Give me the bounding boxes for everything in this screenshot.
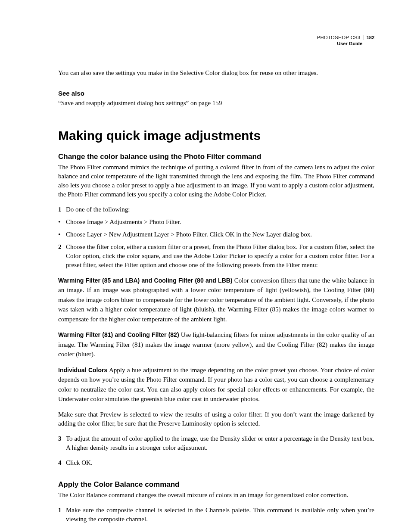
page-number: 182 [364,35,374,40]
bullet-text: Choose Image > Adjustments > Photo Filte… [66,218,374,227]
term-label: Warming Filter (85 and LBA) and Cooling … [58,277,233,284]
step-text: Choose the filter color, either a custom… [66,243,374,270]
subsection-heading-color-balance: Apply the Color Balance command [58,480,374,489]
intro-paragraph: You can also save the settings you make … [58,68,374,78]
step-text: Make sure the composite channel is selec… [66,506,374,524]
step-2: 2 Choose the filter color, either a cust… [58,243,374,270]
header-line-1: PHOTOSHOP CS3 182 [317,34,374,40]
step-marker: 2 [58,243,66,270]
cb-step-1: 1 Make sure the composite channel is sel… [58,506,374,524]
bullet-item: • Choose Layer > New Adjustment Layer > … [58,230,374,239]
bullet-text: Choose Layer > New Adjustment Layer > Ph… [66,230,374,239]
see-also-heading: See also [58,90,374,97]
document-page: PHOTOSHOP CS3 182 User Guide You can als… [0,0,411,532]
step-text: To adjust the amount of color applied to… [66,434,374,452]
preview-note: Make sure that Preview is selected to vi… [58,410,374,428]
step-marker: 1 [58,506,66,524]
term-label: Warming Filter (81) and Cooling Filter (… [58,331,179,338]
see-also-link[interactable]: “Save and reapply adjustment dialog box … [58,99,374,108]
bullet-marker: • [58,230,66,239]
bullet-item: • Choose Image > Adjustments > Photo Fil… [58,218,374,227]
subsection-heading-photo-filter: Change the color balance using the Photo… [58,152,374,161]
step-marker: 3 [58,434,66,452]
step-text: Click OK. [66,458,374,467]
bullet-marker: • [58,218,66,227]
step-4: 4 Click OK. [58,458,374,467]
product-name: PHOTOSHOP CS3 [317,35,361,40]
section-title: Making quick image adjustments [58,128,374,143]
header-subtitle: User Guide [58,40,374,47]
step-marker: 4 [58,458,66,467]
step-text: Do one of the following: [66,205,374,214]
page-header: PHOTOSHOP CS3 182 User Guide [58,34,374,47]
color-balance-intro: The Color Balance command changes the ov… [58,491,374,500]
step-marker: 1 [58,205,66,214]
term-individual-colors: Individual Colors Apply a hue adjustment… [58,365,374,404]
term-warming-85: Warming Filter (85 and LBA) and Cooling … [58,276,374,324]
photo-filter-intro: The Photo Filter command mimics the tech… [58,163,374,199]
term-warming-81: Warming Filter (81) and Cooling Filter (… [58,330,374,359]
step-3: 3 To adjust the amount of color applied … [58,434,374,452]
step-1: 1 Do one of the following: [58,205,374,214]
term-label: Individual Colors [58,367,107,373]
